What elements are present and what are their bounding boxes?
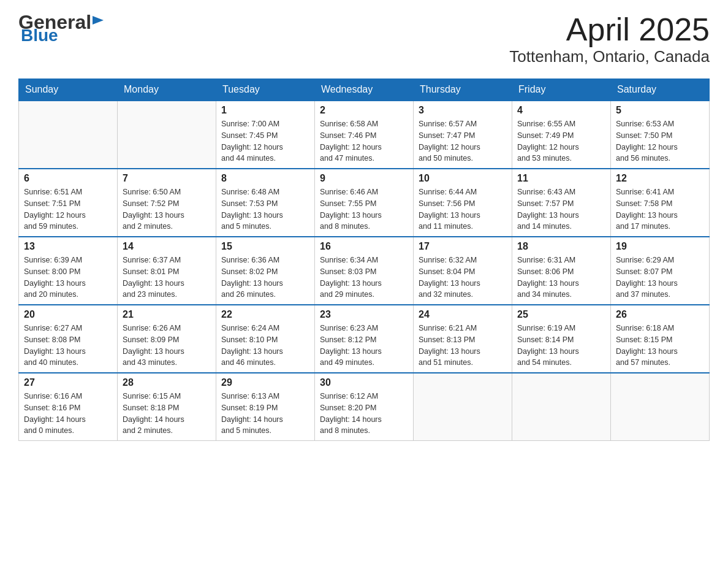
calendar-week-row: 20Sunrise: 6:27 AM Sunset: 8:08 PM Dayli… [19,305,710,373]
table-row: 14Sunrise: 6:37 AM Sunset: 8:01 PM Dayli… [118,237,216,305]
day-number: 14 [123,241,211,252]
day-info: Sunrise: 6:19 AM Sunset: 8:14 PM Dayligh… [517,323,605,369]
day-info: Sunrise: 6:32 AM Sunset: 8:04 PM Dayligh… [419,255,507,301]
col-sunday: Sunday [19,79,118,101]
table-row: 30Sunrise: 6:12 AM Sunset: 8:20 PM Dayli… [315,373,414,441]
day-number: 9 [320,173,408,184]
calendar-week-row: 13Sunrise: 6:39 AM Sunset: 8:00 PM Dayli… [19,237,710,305]
day-info: Sunrise: 6:24 AM Sunset: 8:10 PM Dayligh… [221,323,309,369]
logo-arrow-icon [91,13,105,27]
day-info: Sunrise: 6:51 AM Sunset: 7:51 PM Dayligh… [24,186,112,232]
day-number: 5 [616,105,704,116]
day-number: 2 [320,105,408,116]
table-row: 6Sunrise: 6:51 AM Sunset: 7:51 PM Daylig… [19,169,118,237]
svg-marker-0 [93,16,104,25]
day-number: 3 [419,105,507,116]
day-number: 19 [616,241,704,252]
day-number: 11 [517,173,605,184]
table-row: 1Sunrise: 7:00 AM Sunset: 7:45 PM Daylig… [216,101,315,169]
day-number: 20 [24,309,112,320]
month-title: April 2025 [509,12,710,47]
table-row: 3Sunrise: 6:57 AM Sunset: 7:47 PM Daylig… [414,101,512,169]
day-info: Sunrise: 6:41 AM Sunset: 7:58 PM Dayligh… [616,186,704,232]
table-row [414,373,512,441]
day-info: Sunrise: 6:37 AM Sunset: 8:01 PM Dayligh… [123,255,211,301]
day-info: Sunrise: 6:46 AM Sunset: 7:55 PM Dayligh… [320,186,408,232]
day-info: Sunrise: 6:55 AM Sunset: 7:49 PM Dayligh… [517,118,605,164]
day-number: 26 [616,309,704,320]
day-number: 16 [320,241,408,252]
table-row: 25Sunrise: 6:19 AM Sunset: 8:14 PM Dayli… [512,305,611,373]
table-row: 16Sunrise: 6:34 AM Sunset: 8:03 PM Dayli… [315,237,414,305]
table-row: 7Sunrise: 6:50 AM Sunset: 7:52 PM Daylig… [118,169,216,237]
day-info: Sunrise: 6:29 AM Sunset: 8:07 PM Dayligh… [616,255,704,301]
day-number: 27 [24,377,112,388]
day-info: Sunrise: 6:18 AM Sunset: 8:15 PM Dayligh… [616,323,704,369]
day-number: 21 [123,309,211,320]
table-row: 23Sunrise: 6:23 AM Sunset: 8:12 PM Dayli… [315,305,414,373]
day-number: 13 [24,241,112,252]
col-thursday: Thursday [414,79,512,101]
table-row: 28Sunrise: 6:15 AM Sunset: 8:18 PM Dayli… [118,373,216,441]
day-number: 15 [221,241,309,252]
day-info: Sunrise: 6:48 AM Sunset: 7:53 PM Dayligh… [221,186,309,232]
logo: General Blue [18,12,105,44]
table-row: 21Sunrise: 6:26 AM Sunset: 8:09 PM Dayli… [118,305,216,373]
day-number: 8 [221,173,309,184]
day-info: Sunrise: 6:34 AM Sunset: 8:03 PM Dayligh… [320,255,408,301]
col-saturday: Saturday [611,79,710,101]
day-number: 29 [221,377,309,388]
calendar-table: Sunday Monday Tuesday Wednesday Thursday… [18,79,710,441]
day-info: Sunrise: 6:15 AM Sunset: 8:18 PM Dayligh… [123,391,211,437]
table-row: 17Sunrise: 6:32 AM Sunset: 8:04 PM Dayli… [414,237,512,305]
day-number: 4 [517,105,605,116]
table-row: 19Sunrise: 6:29 AM Sunset: 8:07 PM Dayli… [611,237,710,305]
day-info: Sunrise: 6:26 AM Sunset: 8:09 PM Dayligh… [123,323,211,369]
day-number: 1 [221,105,309,116]
day-info: Sunrise: 6:44 AM Sunset: 7:56 PM Dayligh… [419,186,507,232]
day-info: Sunrise: 7:00 AM Sunset: 7:45 PM Dayligh… [221,118,309,164]
day-number: 7 [123,173,211,184]
table-row: 18Sunrise: 6:31 AM Sunset: 8:06 PM Dayli… [512,237,611,305]
day-number: 22 [221,309,309,320]
table-row: 12Sunrise: 6:41 AM Sunset: 7:58 PM Dayli… [611,169,710,237]
day-number: 28 [123,377,211,388]
day-number: 12 [616,173,704,184]
calendar-week-row: 6Sunrise: 6:51 AM Sunset: 7:51 PM Daylig… [19,169,710,237]
table-row: 5Sunrise: 6:53 AM Sunset: 7:50 PM Daylig… [611,101,710,169]
table-row: 8Sunrise: 6:48 AM Sunset: 7:53 PM Daylig… [216,169,315,237]
table-row: 4Sunrise: 6:55 AM Sunset: 7:49 PM Daylig… [512,101,611,169]
day-number: 23 [320,309,408,320]
day-number: 17 [419,241,507,252]
table-row: 29Sunrise: 6:13 AM Sunset: 8:19 PM Dayli… [216,373,315,441]
day-number: 24 [419,309,507,320]
day-info: Sunrise: 6:43 AM Sunset: 7:57 PM Dayligh… [517,186,605,232]
table-row: 20Sunrise: 6:27 AM Sunset: 8:08 PM Dayli… [19,305,118,373]
table-row: 10Sunrise: 6:44 AM Sunset: 7:56 PM Dayli… [414,169,512,237]
calendar-week-row: 1Sunrise: 7:00 AM Sunset: 7:45 PM Daylig… [19,101,710,169]
day-info: Sunrise: 6:23 AM Sunset: 8:12 PM Dayligh… [320,323,408,369]
day-number: 6 [24,173,112,184]
day-info: Sunrise: 6:31 AM Sunset: 8:06 PM Dayligh… [517,255,605,301]
col-tuesday: Tuesday [216,79,315,101]
day-number: 30 [320,377,408,388]
day-info: Sunrise: 6:16 AM Sunset: 8:16 PM Dayligh… [24,391,112,437]
calendar-header-row: Sunday Monday Tuesday Wednesday Thursday… [19,79,710,101]
table-row [118,101,216,169]
page-header: General Blue April 2025 Tottenham, Ontar… [18,12,710,66]
table-row: 26Sunrise: 6:18 AM Sunset: 8:15 PM Dayli… [611,305,710,373]
col-wednesday: Wednesday [315,79,414,101]
table-row [512,373,611,441]
day-info: Sunrise: 6:39 AM Sunset: 8:00 PM Dayligh… [24,255,112,301]
table-row: 9Sunrise: 6:46 AM Sunset: 7:55 PM Daylig… [315,169,414,237]
day-info: Sunrise: 6:12 AM Sunset: 8:20 PM Dayligh… [320,391,408,437]
table-row [611,373,710,441]
day-info: Sunrise: 6:13 AM Sunset: 8:19 PM Dayligh… [221,391,309,437]
title-area: April 2025 Tottenham, Ontario, Canada [509,12,710,66]
day-info: Sunrise: 6:36 AM Sunset: 8:02 PM Dayligh… [221,255,309,301]
table-row: 2Sunrise: 6:58 AM Sunset: 7:46 PM Daylig… [315,101,414,169]
day-info: Sunrise: 6:57 AM Sunset: 7:47 PM Dayligh… [419,118,507,164]
table-row: 13Sunrise: 6:39 AM Sunset: 8:00 PM Dayli… [19,237,118,305]
calendar-week-row: 27Sunrise: 6:16 AM Sunset: 8:16 PM Dayli… [19,373,710,441]
table-row: 27Sunrise: 6:16 AM Sunset: 8:16 PM Dayli… [19,373,118,441]
